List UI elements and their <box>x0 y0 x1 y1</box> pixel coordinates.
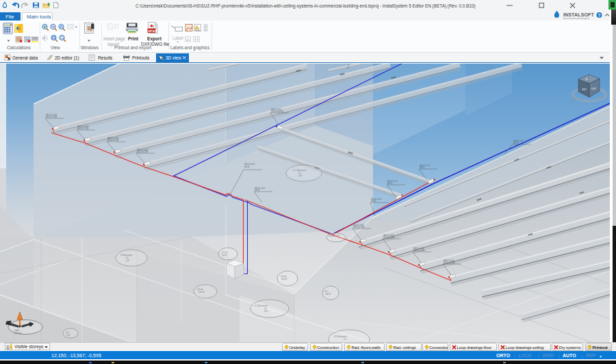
svg-text:DN 32: DN 32 <box>371 200 376 203</box>
svg-text:DN 25 4,1 kW: DN 25 4,1 kW <box>137 151 149 153</box>
svg-text:4 W: 4 W <box>264 310 268 313</box>
svg-text:INSTALSOFT: INSTALSOFT <box>563 12 594 17</box>
svg-text:DN 32: DN 32 <box>513 142 519 144</box>
svg-text:4B1: 4B1 <box>582 88 587 91</box>
svg-text:DN 25 4,1 kW: DN 25 4,1 kW <box>353 226 365 229</box>
svg-text:DN 25 4,1 kW: DN 25 4,1 kW <box>46 116 57 118</box>
svg-text:DN 32: DN 32 <box>255 189 260 192</box>
svg-text:DN 25 4,1 kW: DN 25 4,1 kW <box>107 139 119 142</box>
svg-text:134 W: 134 W <box>325 293 331 296</box>
svg-text:a1: a1 <box>186 38 190 42</box>
svg-text:4 W: 4 W <box>298 174 302 177</box>
svg-text:DN 32 16,4 kW: DN 32 16,4 kW <box>271 110 283 113</box>
svg-text:35x1,5 L=4,2: 35x1,5 L=4,2 <box>244 163 255 166</box>
svg-text:4 W: 4 W <box>126 259 129 262</box>
svg-text:DN 25 4,1 kW: DN 25 4,1 kW <box>383 236 395 239</box>
svg-text:t/14 W: t/14 W <box>198 291 204 294</box>
svg-text:DN 32: DN 32 <box>244 165 250 168</box>
svg-text:t/4 W: t/4 W <box>222 254 227 257</box>
svg-text:DN 25 4,1 kW: DN 25 4,1 kW <box>444 261 455 264</box>
svg-text:DN 25 4,1 kW: DN 25 4,1 kW <box>77 127 89 130</box>
svg-text:EPSC: EPSC <box>149 29 156 33</box>
svg-text:Export: Export <box>147 36 162 42</box>
svg-text:N: N <box>586 78 588 81</box>
svg-text:DN 25 4,1 kW: DN 25 4,1 kW <box>413 249 425 252</box>
svg-text:?: ? <box>598 13 601 18</box>
svg-text:Easy and professional designin: Easy and professional designing <box>563 17 589 20</box>
svg-text:4.6 m2 t/4 W: 4.6 m2 t/4 W <box>329 235 339 237</box>
svg-text:t/14 W: t/14 W <box>281 278 287 281</box>
svg-text:y=0 z=0: y=0 z=0 <box>14 331 21 334</box>
svg-text:DN 25: DN 25 <box>387 182 393 185</box>
svg-text:9 W: 9 W <box>66 334 70 337</box>
svg-text:Label: Label <box>172 36 183 40</box>
svg-text:Insert page: Insert page <box>103 36 125 42</box>
svg-text:DN 25: DN 25 <box>420 166 425 169</box>
svg-text:NW: NW <box>591 87 596 90</box>
svg-text:Print: Print <box>128 36 139 41</box>
